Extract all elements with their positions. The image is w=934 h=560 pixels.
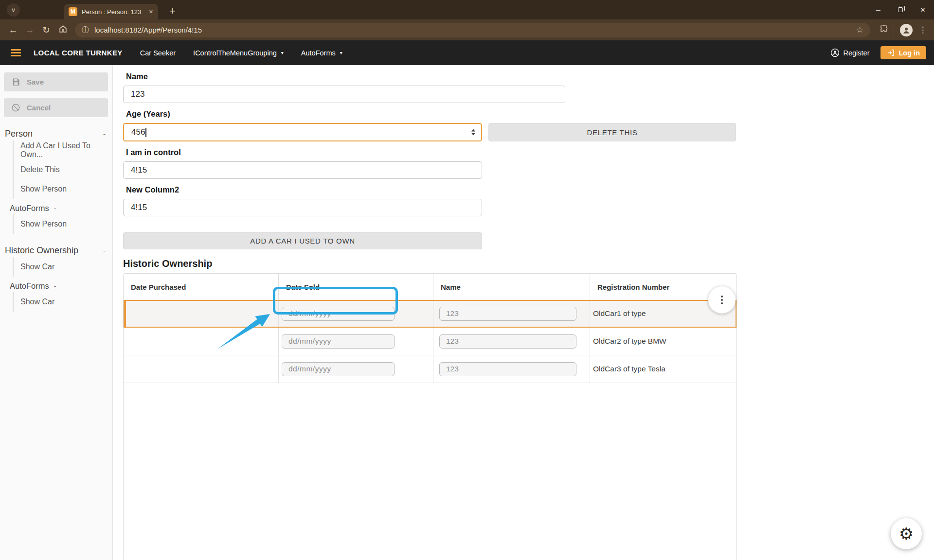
nav-icontrolthemenugrouping[interactable]: IControlTheMenuGrouping ▾ <box>193 49 284 57</box>
sidebar-item-show-car-autoforms[interactable]: Show Car <box>13 292 112 312</box>
historic-ownership-title: Historic Ownership <box>123 258 934 270</box>
section-header-person[interactable]: Person - <box>0 127 112 140</box>
age-label: Age (Years) <box>126 109 934 119</box>
spinner-up-icon[interactable] <box>471 129 475 132</box>
browser-menu-icon[interactable]: ⋮ <box>916 25 929 35</box>
forward-icon[interactable]: → <box>21 25 38 35</box>
nav-autoforms[interactable]: AutoForms ▾ <box>301 49 342 57</box>
name-cell: 123 <box>433 328 590 355</box>
delete-this-button[interactable]: DELETE THIS <box>488 123 736 141</box>
profile-avatar[interactable] <box>900 24 913 36</box>
sidebar-section-person: Person - Add A Car I Used To Own... Dele… <box>0 127 112 234</box>
table-row[interactable]: dd/mm/yyyy 123 OldCar1 of type <box>124 300 736 328</box>
tab-search-icon[interactable]: ∨ <box>7 3 20 17</box>
reload-icon[interactable]: ↻ <box>38 24 54 35</box>
page-info-icon[interactable]: ⓘ <box>82 25 89 35</box>
nav-label: Car Seeker <box>140 49 176 57</box>
collapse-icon[interactable]: - <box>103 246 106 255</box>
collapse-icon[interactable]: - <box>54 282 56 290</box>
date-sold-input[interactable]: dd/mm/yyyy <box>282 334 395 349</box>
hamburger-menu-icon[interactable] <box>11 49 21 56</box>
number-spinner[interactable] <box>471 129 475 136</box>
table-row[interactable]: dd/mm/yyyy 123 OldCar2 of type BMW <box>124 328 736 355</box>
section-header-autoforms[interactable]: AutoForms - <box>0 202 112 214</box>
cancel-icon <box>11 103 20 112</box>
extensions-icon[interactable] <box>875 24 892 35</box>
row-name-input[interactable]: 123 <box>439 334 576 349</box>
section-header-historic-ownership[interactable]: Historic Ownership - <box>0 244 112 257</box>
window-controls: ─ ✕ <box>867 0 934 19</box>
col-header-date-purchased: Date Purchased <box>124 274 279 300</box>
row-name-input[interactable]: 123 <box>439 362 576 376</box>
nav-car-seeker[interactable]: Car Seeker <box>140 49 176 57</box>
col-header-name: Name <box>433 274 590 300</box>
tab-favicon: M <box>69 7 77 16</box>
minimize-button[interactable]: ─ <box>867 0 889 19</box>
save-button[interactable]: Save <box>4 72 108 91</box>
new-tab-button[interactable]: + <box>169 4 176 18</box>
nav-label: IControlTheMenuGrouping <box>193 49 277 57</box>
date-sold-cell: dd/mm/yyyy <box>279 328 433 355</box>
sidebar-item-show-person[interactable]: Show Person <box>13 179 112 199</box>
back-icon[interactable]: ← <box>5 25 21 35</box>
login-label: Log in <box>899 49 920 57</box>
collapse-icon[interactable]: - <box>54 204 56 212</box>
close-button[interactable]: ✕ <box>912 0 934 19</box>
home-icon[interactable] <box>54 24 71 36</box>
new-column2-field[interactable]: 4!15 <box>123 199 482 216</box>
historic-ownership-table: Date Purchased Date Sold Name Registrati… <box>123 273 737 560</box>
sidebar: Save Cancel Person - Add A Car I Used To… <box>0 65 113 560</box>
section-title: Historic Ownership <box>5 245 78 256</box>
cancel-button[interactable]: Cancel <box>4 98 108 117</box>
app-header: LOCAL CORE TURNKEY Car Seeker IControlTh… <box>0 40 934 65</box>
sidebar-section-historic-ownership: Historic Ownership - Show Car AutoForms … <box>0 244 112 312</box>
restore-button[interactable] <box>889 0 912 19</box>
row-name-input[interactable]: 123 <box>439 307 576 321</box>
date-sold-input[interactable]: dd/mm/yyyy <box>282 362 395 376</box>
collapse-icon[interactable]: - <box>103 130 106 138</box>
date-sold-cell: dd/mm/yyyy <box>279 355 433 383</box>
date-purchased-cell <box>124 300 279 327</box>
row-menu-button[interactable] <box>708 286 736 314</box>
tab-title: Person : Person: 123 <box>82 8 145 16</box>
age-field[interactable]: 456 <box>123 123 482 141</box>
login-button[interactable]: Log in <box>880 46 927 59</box>
browser-tabstrip: ∨ M Person : Person: 123 ✕ + ─ ✕ <box>0 0 934 19</box>
col-header-date-sold: Date Sold <box>279 274 433 300</box>
section-title: Person <box>5 129 33 139</box>
registration-text: OldCar1 of type <box>593 309 646 318</box>
table-row[interactable]: dd/mm/yyyy 123 OldCar3 of type Tesla <box>124 355 736 383</box>
add-car-button[interactable]: ADD A CAR I USED TO OWN <box>123 232 482 249</box>
register-button[interactable]: Register <box>830 48 870 57</box>
sidebar-item-show-person-autoforms[interactable]: Show Person <box>13 214 112 234</box>
save-icon <box>11 77 20 87</box>
login-icon <box>887 49 895 57</box>
sidebar-item-show-car[interactable]: Show Car <box>13 257 112 277</box>
app-brand: LOCAL CORE TURNKEY <box>34 49 123 57</box>
control-field[interactable]: 4!15 <box>123 161 482 179</box>
table-header-row: Date Purchased Date Sold Name Registrati… <box>124 274 736 300</box>
settings-fab[interactable]: ⚙ <box>891 518 922 549</box>
spinner-down-icon[interactable] <box>471 133 475 136</box>
toolbar-divider <box>894 26 894 35</box>
url-text[interactable]: localhost:8182/App#/Person/4!15 <box>94 26 856 34</box>
date-purchased-cell <box>124 328 279 355</box>
text-cursor <box>145 128 146 137</box>
nav-label: AutoForms <box>301 49 336 57</box>
tab-close-icon[interactable]: ✕ <box>149 9 153 15</box>
bookmark-star-icon[interactable]: ☆ <box>856 25 863 35</box>
cancel-label: Cancel <box>27 104 51 112</box>
name-label: Name <box>126 72 934 82</box>
browser-tab[interactable]: M Person : Person: 123 ✕ <box>64 4 158 19</box>
sidebar-item-add-a-car[interactable]: Add A Car I Used To Own... <box>13 140 112 160</box>
registration-cell: OldCar2 of type BMW <box>590 328 736 355</box>
main-content: Name 123 Age (Years) 456 DELETE THIS I a… <box>113 65 934 560</box>
section-header-autoforms-2[interactable]: AutoForms - <box>0 280 112 292</box>
kebab-icon <box>721 296 723 304</box>
address-bar[interactable]: ⓘ localhost:8182/App#/Person/4!15 ☆ <box>75 23 870 37</box>
name-field[interactable]: 123 <box>123 86 565 103</box>
sidebar-item-delete-this[interactable]: Delete This <box>13 160 112 179</box>
section-title: AutoForms <box>10 204 49 213</box>
chevron-down-icon: ▾ <box>340 50 342 55</box>
date-sold-input[interactable]: dd/mm/yyyy <box>282 307 395 321</box>
